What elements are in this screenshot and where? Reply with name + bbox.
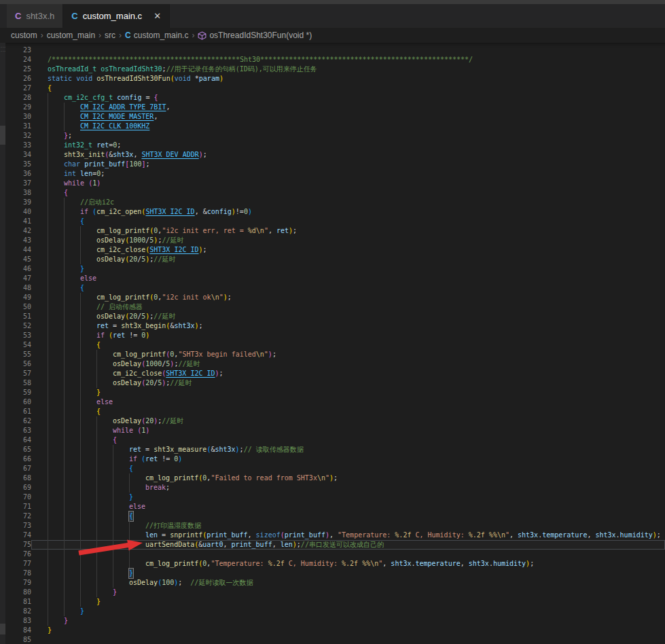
- code-line[interactable]: 27{: [5, 84, 665, 93]
- line-number: 66: [5, 454, 31, 464]
- code-token: }: [48, 626, 52, 635]
- code-line[interactable]: 83}: [5, 616, 665, 626]
- code-line[interactable]: 31CM_I2C_CLK_100KHZ: [5, 122, 665, 131]
- code-line[interactable]: 64{: [5, 435, 665, 445]
- line-content: {: [31, 217, 665, 226]
- indent-guides: [48, 274, 80, 283]
- code-line[interactable]: 73//打印温湿度数据: [5, 521, 665, 531]
- code-line[interactable]: 43osDelay(1000/5);//延时: [5, 236, 665, 245]
- breadcrumb-item-custom[interactable]: custom: [11, 31, 37, 40]
- code-token: cm_i2c_close: [113, 369, 162, 378]
- code-line[interactable]: 71else: [5, 502, 665, 512]
- line-content: int32_t ret=0;: [31, 141, 665, 150]
- code-line[interactable]: 47else: [5, 274, 665, 283]
- code-token: cm_log_printf: [145, 473, 198, 483]
- code-line[interactable]: 29CM_I2C_ADDR_TYPE_7BIT,: [5, 103, 665, 112]
- breadcrumb-item-src[interactable]: src: [105, 31, 115, 40]
- code-line[interactable]: 49cm_log_printf(0,"i2c init ok\n");: [5, 293, 665, 302]
- code-line[interactable]: 69break;: [5, 483, 665, 493]
- code-token: ret: [96, 141, 109, 150]
- code-line[interactable]: 28cm_i2c_cfg_t config = {: [5, 93, 665, 103]
- indent-guides: [48, 483, 145, 493]
- code-line[interactable]: 68cm_log_printf(0,"Failed to read from S…: [5, 473, 665, 483]
- code-line[interactable]: 24/*************************************…: [5, 55, 665, 65]
- code-line[interactable]: 79osDelay(100); //延时读取一次数据: [5, 578, 665, 588]
- code-line[interactable]: 82}: [5, 607, 665, 616]
- breadcrumb-item-symbol[interactable]: osThreadIdSht30Fun(void *): [198, 31, 312, 40]
- indent-guides: [48, 236, 96, 245]
- code-line[interactable]: 56osDelay(1000/5);//延时: [5, 359, 665, 369]
- code-line[interactable]: 77cm_log_printf(0,"Temperature: %.2f C, …: [5, 559, 665, 569]
- code-line[interactable]: 70}: [5, 493, 665, 502]
- code-line[interactable]: 66if (ret != 0): [5, 454, 665, 464]
- code-line[interactable]: 72{: [5, 512, 665, 521]
- line-number: 48: [5, 283, 31, 293]
- code-line[interactable]: 23: [5, 46, 665, 55]
- code-line[interactable]: 76: [5, 550, 665, 559]
- line-content: {: [31, 464, 665, 473]
- code-token: uartSendData: [145, 540, 194, 550]
- code-line[interactable]: 63while (1): [5, 426, 665, 435]
- code-line[interactable]: 32};: [5, 131, 665, 141]
- code-token: }: [80, 607, 84, 616]
- code-line[interactable]: 50// 启动传感器: [5, 302, 665, 312]
- code-line[interactable]: 30CM_I2C_MODE_MASTER,: [5, 112, 665, 122]
- code-token: "Temperature:: [211, 559, 268, 569]
- code-line[interactable]: 60else: [5, 397, 665, 407]
- code-token: //打印温湿度数据: [145, 521, 201, 531]
- code-line[interactable]: 85: [5, 635, 665, 644]
- code-line[interactable]: 65ret = sht3x_measure(&sht3x);// 读取传感器数据: [5, 445, 665, 454]
- collapsed-panel-sash[interactable]: .......: [0, 43, 5, 644]
- code-line[interactable]: 38{: [5, 188, 665, 198]
- code-line[interactable]: 46}: [5, 264, 665, 274]
- line-content: sht3x_init(&sht3x, SHT3X_DEV_ADDR);: [31, 150, 665, 160]
- code-line[interactable]: 41{: [5, 217, 665, 226]
- code-line[interactable]: 42cm_log_printf(0,"i2c init err, ret = %…: [5, 226, 665, 236]
- code-line[interactable]: 34sht3x_init(&sht3x, SHT3X_DEV_ADDR);: [5, 150, 665, 160]
- code-line[interactable]: 58osDelay(20/5);//延时: [5, 378, 665, 388]
- code-line[interactable]: 40if (cm_i2c_open(SHT3X_I2C_ID, &config)…: [5, 207, 665, 217]
- code-line[interactable]: 84}: [5, 626, 665, 635]
- code-line[interactable]: 57cm_i2c_close(SHT3X_I2C_ID);: [5, 369, 665, 378]
- close-icon[interactable]: ✕: [154, 12, 161, 20]
- code-line[interactable]: 51osDelay(20/5);//延时: [5, 312, 665, 321]
- code-line[interactable]: 33int32_t ret=0;: [5, 141, 665, 150]
- code-line[interactable]: 74len = snprintf(print_buff, sizeof(prin…: [5, 531, 665, 540]
- breadcrumb-item-custom-main[interactable]: custom_main: [47, 31, 95, 40]
- code-line[interactable]: 55cm_log_printf(0,"SHT3x begin failed\n"…: [5, 350, 665, 359]
- code-token: }: [96, 388, 101, 397]
- code-token: \n: [256, 350, 264, 359]
- code-line[interactable]: 75uartSendData(&uart0, print_buff, len);…: [5, 540, 665, 550]
- code-line[interactable]: 37while (1): [5, 179, 665, 188]
- code-line[interactable]: 62osDelay(20);//延时: [5, 416, 665, 426]
- code-line[interactable]: 48{: [5, 283, 665, 293]
- code-token: sht3x: [518, 531, 538, 540]
- code-line[interactable]: 53if (ret != 0): [5, 331, 665, 340]
- code-line[interactable]: 26static void osThreadIdSht30Fun(void *p…: [5, 74, 665, 84]
- code-line[interactable]: 61{: [5, 407, 665, 416]
- code-token: osDelay: [113, 378, 141, 388]
- code-line[interactable]: 39//启动i2c: [5, 198, 665, 207]
- line-content: {: [31, 512, 665, 521]
- code-line[interactable]: 59}: [5, 388, 665, 397]
- code-line[interactable]: 45osDelay(20/5);//延时: [5, 255, 665, 264]
- code-line[interactable]: 35char print_buff[100];: [5, 160, 665, 169]
- code-line[interactable]: 80}: [5, 588, 665, 597]
- line-number: 76: [5, 550, 31, 559]
- code-line[interactable]: 78}: [5, 569, 665, 578]
- line-content: osDelay(1000/5);//延时: [31, 236, 665, 245]
- line-content: else: [31, 397, 665, 407]
- indent-guides: [48, 264, 80, 274]
- tab-sht3x-h[interactable]: C sht3x.h: [7, 4, 63, 28]
- code-line[interactable]: 67{: [5, 464, 665, 473]
- code-line[interactable]: 52ret = sht3x_begin(&sht3x);: [5, 321, 665, 331]
- code-line[interactable]: 44cm_i2c_close(SHT3X_I2C_ID);: [5, 245, 665, 255]
- code-token: ): [248, 207, 252, 217]
- code-token: ,: [329, 531, 338, 540]
- code-line[interactable]: 36int len=0;: [5, 169, 665, 179]
- code-line[interactable]: 54{: [5, 340, 665, 350]
- breadcrumb-item-file[interactable]: C custom_main.c: [125, 31, 188, 40]
- tab-custom-main-c[interactable]: C custom_main.c ✕: [63, 4, 170, 28]
- code-line[interactable]: 25osThreadId_t osThreadIdSht30;//用于记录任务的…: [5, 65, 665, 74]
- code-line[interactable]: 81}: [5, 597, 665, 607]
